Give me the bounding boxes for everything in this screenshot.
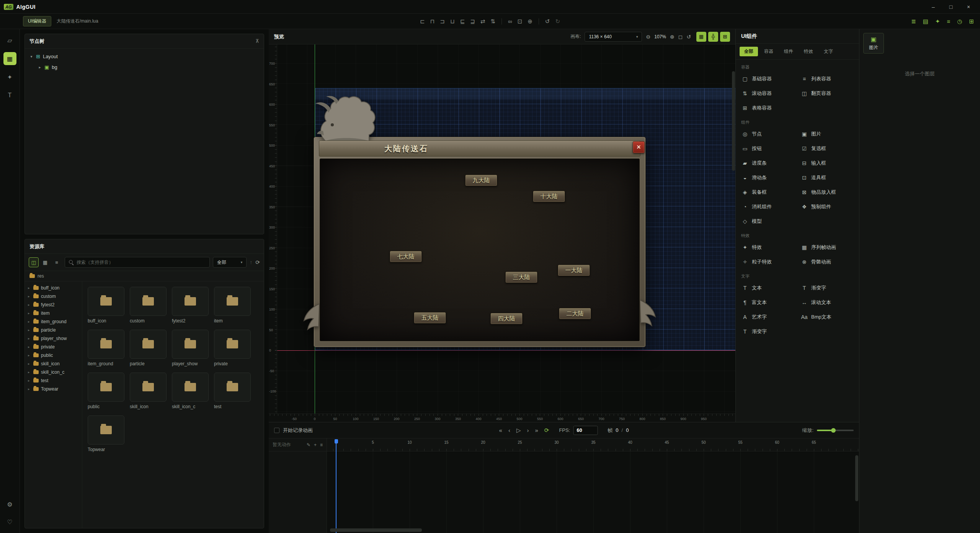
snap-toggle[interactable]: ╬ (708, 32, 718, 42)
timeline-horizontal-scrollbar[interactable] (330, 528, 422, 532)
component-item-渐变字[interactable]: T渐变字 (739, 325, 797, 338)
resource-folder-card-test[interactable]: test (214, 373, 251, 409)
resource-folder-card-custom[interactable]: custom (130, 287, 167, 324)
zoom-out-icon[interactable]: ⊖ (646, 34, 650, 40)
zoom-in-icon[interactable]: ⊕ (670, 34, 675, 40)
component-item-艺术字[interactable]: A艺术字 (739, 310, 797, 324)
effects-icon[interactable]: ✦ (935, 18, 940, 24)
component-item-模型[interactable]: ◇模型 (739, 214, 797, 228)
map-button-九大陆[interactable]: 九大陆 (465, 175, 497, 186)
grid-toggle[interactable]: ▦ (696, 32, 706, 42)
list-icon[interactable]: ≡ (947, 18, 951, 24)
rail-item-ui-editor[interactable]: ▦ (3, 52, 16, 65)
tree-item-Layout[interactable]: ▾⊞Layout (25, 51, 264, 62)
chevron-right-icon[interactable]: ▸ (28, 328, 31, 332)
component-item-道具框[interactable]: ⊡道具框 (798, 171, 856, 185)
save-icon[interactable]: ⊡ (518, 18, 523, 24)
resource-tree-item-Topwear[interactable]: ▸Topwear (25, 385, 82, 393)
components-tab-全部[interactable]: 全部 (740, 47, 758, 56)
chevron-right-icon[interactable]: ▸ (28, 387, 31, 391)
go-up-icon[interactable]: ↑ (250, 259, 252, 265)
chevron-right-icon[interactable]: ▸ (28, 337, 31, 340)
component-item-表格容器[interactable]: ⊞表格容器 (739, 101, 797, 115)
record-animation-control[interactable]: 开始记录动画 (274, 427, 313, 434)
resource-folder-card-private[interactable]: private (214, 330, 251, 366)
map-button-一大陆[interactable]: 一大陆 (558, 265, 590, 276)
resource-folder-card-skill_icon[interactable]: skill_icon (130, 373, 167, 409)
component-item-消耗组件[interactable]: ◔消耗组件 (739, 200, 797, 214)
last-frame-button[interactable]: » (535, 427, 538, 433)
resource-tree-item-item[interactable]: ▸item (25, 309, 82, 317)
chevron-right-icon[interactable]: ▸ (28, 294, 31, 298)
component-item-渐变字[interactable]: T渐变字 (798, 281, 856, 295)
chevron-right-icon[interactable]: ▸ (28, 345, 31, 349)
rail-item-pages[interactable]: ▱ (3, 34, 16, 47)
collapse-all-icon[interactable]: ⊼ (255, 38, 259, 44)
editor-mode-badge[interactable]: UI编辑器 (23, 16, 51, 26)
component-item-富文本[interactable]: ¶富文本 (739, 296, 797, 309)
resource-tree-item-fytest2[interactable]: ▸fytest2 (25, 301, 82, 309)
resource-folder-card-fytest2[interactable]: fytest2 (172, 287, 209, 324)
align-right-icon[interactable]: ⊐ (440, 18, 445, 24)
timeline-track[interactable]: 05101520253035404550556065 (327, 438, 859, 533)
add-icon[interactable]: + (314, 442, 317, 448)
resource-tree-item-public[interactable]: ▸public (25, 351, 82, 360)
components-tab-组件[interactable]: 组件 (779, 47, 798, 56)
component-item-特效[interactable]: ✦特效 (739, 240, 797, 254)
component-item-粒子特效[interactable]: ✧粒子特效 (739, 255, 797, 269)
game-close-button[interactable]: × (633, 141, 645, 153)
canvas-vertical-scrollbar[interactable] (732, 71, 735, 171)
edit-icon[interactable]: ✎ (307, 442, 310, 448)
component-item-序列帧动画[interactable]: ▦序列帧动画 (798, 240, 856, 254)
fit-view-icon[interactable]: ◻ (678, 34, 683, 40)
redo-icon[interactable]: ↻ (555, 18, 560, 24)
resource-tree-item-custom[interactable]: ▸custom (25, 292, 82, 301)
resource-tree-item-item_ground[interactable]: ▸item_ground (25, 317, 82, 326)
timeline-vertical-scrollbar[interactable] (855, 455, 858, 501)
prev-frame-button[interactable]: ‹ (508, 427, 510, 433)
component-item-基础容器[interactable]: ▢基础容器 (739, 72, 797, 86)
resource-tree-item-player_show[interactable]: ▸player_show (25, 334, 82, 343)
table-toggle[interactable]: ⊞ (720, 32, 730, 42)
chevron-right-icon[interactable]: ▸ (28, 370, 31, 374)
game-preview-window[interactable]: 大陆传送石 × 九大陆十大陆七大陆三大陆一大陆五大陆四大陆二大陆 (314, 137, 646, 347)
resource-folder-card-player_show[interactable]: player_show (172, 330, 209, 366)
map-button-七大陆[interactable]: 七大陆 (390, 251, 422, 262)
record-checkbox[interactable] (274, 428, 279, 433)
canvas-viewport[interactable]: 大陆传送石 × 九大陆十大陆七大陆三大陆一大陆五大陆四大陆二大陆 (277, 44, 735, 414)
rail-item-text-tool[interactable]: T (3, 89, 16, 102)
play-button[interactable]: ▷ (516, 427, 521, 434)
component-item-物品放入框[interactable]: ⊠物品放入框 (798, 185, 856, 199)
rail-item-favorites[interactable]: ♡ (3, 515, 16, 528)
components-tab-文字[interactable]: 文字 (819, 47, 838, 56)
resource-folder-card-item_ground[interactable]: item_ground (88, 330, 124, 366)
component-item-滚动文本[interactable]: ↔滚动文本 (798, 296, 856, 309)
resource-folder-card-skill_icon_c[interactable]: skill_icon_c (172, 373, 209, 409)
map-button-十大陆[interactable]: 十大陆 (533, 191, 565, 202)
resource-tree-item-private[interactable]: ▸private (25, 343, 82, 351)
resource-tree-item-test[interactable]: ▸test (25, 376, 82, 385)
first-frame-button[interactable]: « (499, 427, 502, 433)
align-center-h-icon[interactable]: ⊓ (430, 18, 435, 24)
chevron-icon[interactable]: ▾ (29, 54, 33, 59)
list-view-button[interactable]: ≡ (52, 257, 62, 267)
component-item-骨骼动画[interactable]: ⊗骨骼动画 (798, 255, 856, 269)
component-item-按钮[interactable]: ▭按钮 (739, 142, 797, 155)
refresh-icon[interactable]: ⟳ (255, 259, 260, 265)
link-icon[interactable]: ∞ (508, 18, 512, 24)
align-top-icon[interactable]: ⊔ (450, 18, 455, 24)
align-bottom-icon[interactable]: ⊒ (470, 18, 475, 24)
minimize-button[interactable]: – (926, 2, 941, 12)
grid-view-button[interactable]: ▦ (40, 257, 50, 267)
chevron-icon[interactable]: ▸ (38, 65, 42, 69)
resource-folder-card-buff_icon[interactable]: buff_icon (88, 287, 124, 324)
resource-tree-item-skill_icon[interactable]: ▸skill_icon (25, 360, 82, 368)
chevron-right-icon[interactable]: ▸ (28, 320, 31, 324)
component-item-复选框[interactable]: ☑复选框 (798, 142, 856, 155)
map-button-三大陆[interactable]: 三大陆 (505, 271, 537, 283)
component-item-图片[interactable]: ▣图片 (798, 127, 856, 141)
components-tab-特效[interactable]: 特效 (799, 47, 818, 56)
next-frame-button[interactable]: › (527, 427, 529, 433)
undo-icon[interactable]: ↺ (545, 18, 550, 24)
loop-button[interactable]: ⟳ (544, 427, 549, 434)
